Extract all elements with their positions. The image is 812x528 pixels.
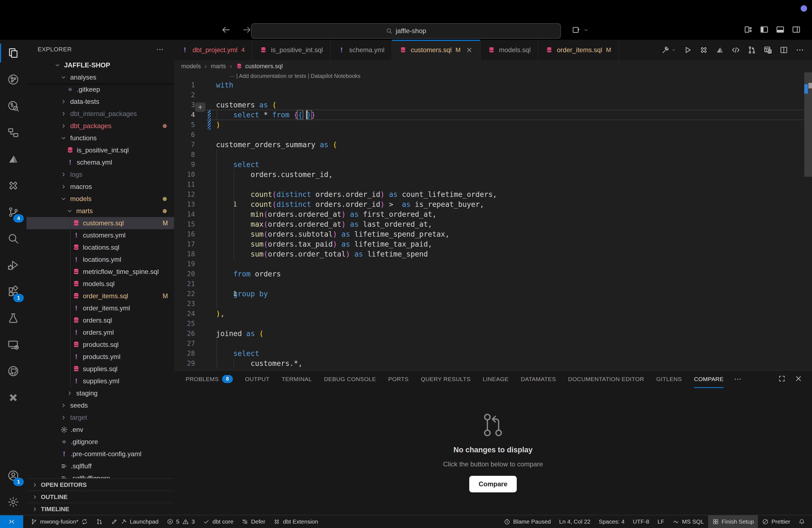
panel-tab-ports[interactable]: PORTS	[388, 371, 408, 388]
tree-item-supplies-sql[interactable]: supplies.sql	[27, 363, 174, 375]
status-language-mode[interactable]: MS SQL	[668, 515, 708, 528]
action-query-results-table[interactable]	[764, 46, 772, 54]
tree-item--pre-commit-config-yaml[interactable]: !.pre-commit-config.yaml	[27, 448, 174, 460]
action-compiled-code[interactable]	[731, 46, 740, 54]
activity-item-testing[interactable]	[0, 305, 27, 332]
status-blame-status[interactable]: Blame Paused	[499, 515, 555, 528]
status-launchpad[interactable]: Launchpad	[107, 515, 163, 528]
close-panel-icon[interactable]	[794, 375, 802, 383]
tree-item-dbt-packages[interactable]: dbt_packages	[27, 120, 174, 132]
tree-item-products-yml[interactable]: !products.yml	[27, 351, 174, 363]
code-line-21[interactable]: 21	[174, 279, 812, 289]
tree-item-customers-sql[interactable]: customers.sqlM	[27, 217, 174, 229]
add-line-button[interactable]	[195, 102, 205, 112]
code-line-8[interactable]: 8	[174, 150, 812, 160]
activity-item-datapilot-pyramid[interactable]	[0, 146, 27, 172]
tree-item-schema-yml[interactable]: !schema.yml	[27, 156, 174, 168]
code-line-10[interactable]: 10 orders.customer_id,	[174, 170, 812, 179]
activity-item-dbt-x-solid[interactable]	[0, 384, 27, 411]
panel-tab-output[interactable]: OUTPUT	[245, 371, 270, 388]
code-line-12[interactable]: 12 count(distinct orders.order_id) as co…	[174, 189, 812, 200]
activity-item-accounts[interactable]: 1	[0, 462, 27, 489]
more-actions-icon[interactable]	[156, 45, 164, 54]
command-center-search[interactable]: jaffle-shop	[251, 23, 561, 39]
breadcrumb-file[interactable]: customers.sql	[236, 63, 283, 70]
activity-item-source-control[interactable]: 4	[0, 199, 27, 225]
activity-item-settings[interactable]	[0, 489, 27, 515]
code-line-5[interactable]: 5)	[174, 120, 812, 130]
panel-tab-lineage[interactable]: LINEAGE	[483, 371, 509, 388]
status-indentation[interactable]: Spaces: 4	[595, 515, 628, 528]
code-line-29[interactable]: 29 customers.*,	[174, 358, 812, 368]
code-line-25[interactable]: 25	[174, 319, 812, 328]
action-dbt-power-user-action[interactable]	[699, 46, 708, 54]
code-line-13[interactable]: 13 count(distinct orders.order_id) > 1 a…	[174, 200, 812, 209]
panel-tab-gitlens[interactable]: GITLENS	[656, 371, 682, 388]
panel-tab-compare[interactable]: COMPARE	[694, 371, 724, 388]
tree-item-seeds[interactable]: seeds	[27, 399, 174, 411]
activity-item-dbt-power-user[interactable]	[0, 172, 27, 199]
tree-item--sqlfluff[interactable]: .sqlfluff	[27, 460, 174, 472]
status-encoding[interactable]: UTF-8	[628, 515, 653, 528]
status-dbt-extension[interactable]: dbt Extension	[269, 515, 322, 528]
tree-item-products-sql[interactable]: products.sql	[27, 339, 174, 351]
action-build-tool-dropdown[interactable]	[661, 46, 676, 54]
tree-item-dbt-internal-packages[interactable]: dbt_internal_packages	[27, 108, 174, 120]
code-line-17[interactable]: 17 sum(orders.tax_paid) as lifetime_tax_…	[174, 239, 812, 249]
code-line-11[interactable]: 11	[174, 179, 812, 189]
toggle-primary-sidebar-button[interactable]	[759, 25, 769, 34]
code-line-20[interactable]: 20 from orders	[174, 269, 812, 279]
action-git-pull-request[interactable]	[748, 46, 756, 54]
panel-tab-query-results[interactable]: QUERY RESULTS	[421, 371, 470, 388]
tab-is-positive-int-sql[interactable]: is_positive_int.sql	[252, 40, 331, 60]
code-line-27[interactable]: 27	[174, 339, 812, 349]
tree-item--env[interactable]: .env	[27, 424, 174, 436]
tree-item-is-positive-int-sql[interactable]: is_positive_int.sql	[27, 144, 174, 156]
sidebar-section-outline[interactable]: OUTLINE	[27, 490, 174, 503]
tree-item-models[interactable]: models	[27, 193, 174, 205]
status-cursor-position[interactable]: Ln 4, Col 22	[555, 515, 595, 528]
tab-schema-yml[interactable]: !schema.yml	[331, 40, 392, 60]
codelens-link[interactable]: Add documentation or tests	[239, 73, 306, 79]
status-prettier[interactable]: Prettier	[758, 515, 794, 528]
code-line-2[interactable]: 2	[174, 90, 812, 100]
tree-item-analyses[interactable]: analyses	[27, 71, 174, 84]
status-defer[interactable]: Defer	[237, 515, 269, 528]
activity-item-explorer[interactable]	[0, 40, 27, 66]
code-line-24[interactable]: 24),	[174, 309, 812, 319]
tree-item-orders-yml[interactable]: !orders.yml	[27, 326, 174, 339]
activity-item-run-and-debug[interactable]	[0, 252, 27, 278]
status-eol[interactable]: LF	[653, 515, 669, 528]
panel-tab-terminal[interactable]: TERMINAL	[282, 371, 312, 388]
codelens-link[interactable]: ···	[229, 73, 235, 79]
status-compare-changes[interactable]	[92, 515, 107, 528]
breadcrumb-item[interactable]: models	[181, 63, 201, 70]
tree-item--gitkeep[interactable]: .gitkeep	[27, 84, 174, 96]
activity-item-extensions[interactable]: 1	[0, 278, 27, 305]
code-line-22[interactable]: 22 group by 1	[174, 289, 812, 299]
tree-item-macros[interactable]: macros	[27, 180, 174, 193]
copilot-window-button[interactable]	[572, 25, 589, 35]
sidebar-section-open-editors[interactable]: OPEN EDITORS	[27, 478, 174, 491]
tree-item-order-items-sql[interactable]: order_items.sqlM	[27, 290, 174, 302]
panel-tab-datamates[interactable]: DATAMATES	[521, 371, 556, 388]
status-problems-summary[interactable]: 53	[163, 515, 199, 528]
code-line-1[interactable]: 1with	[174, 80, 812, 90]
toggle-secondary-sidebar-button[interactable]	[792, 25, 801, 34]
action-datapilot-action[interactable]	[715, 46, 724, 54]
tab-models-sql[interactable]: models.sql	[481, 40, 539, 60]
code-line-7[interactable]: 7customer_orders_summary as (	[174, 140, 812, 150]
compare-button[interactable]: Compare	[469, 476, 517, 493]
activity-item-github[interactable]	[0, 358, 27, 384]
tree-item-supplies-yml[interactable]: !supplies.yml	[27, 375, 174, 387]
code-line-28[interactable]: 28 select	[174, 349, 812, 358]
action-more-actions[interactable]	[795, 46, 804, 54]
forward-icon[interactable]	[242, 25, 252, 35]
code-line-6[interactable]: 6	[174, 130, 812, 140]
more-panel-tabs-icon[interactable]	[734, 375, 742, 383]
tree-item-functions[interactable]: functions	[27, 132, 174, 144]
tree-item-models-sql[interactable]: models.sql	[27, 278, 174, 290]
activity-item-flowchart-view[interactable]	[0, 119, 27, 146]
status-dbt-core[interactable]: dbt core	[199, 515, 237, 528]
tab-dbt-project-yml[interactable]: !dbt_project.yml4	[174, 40, 252, 60]
